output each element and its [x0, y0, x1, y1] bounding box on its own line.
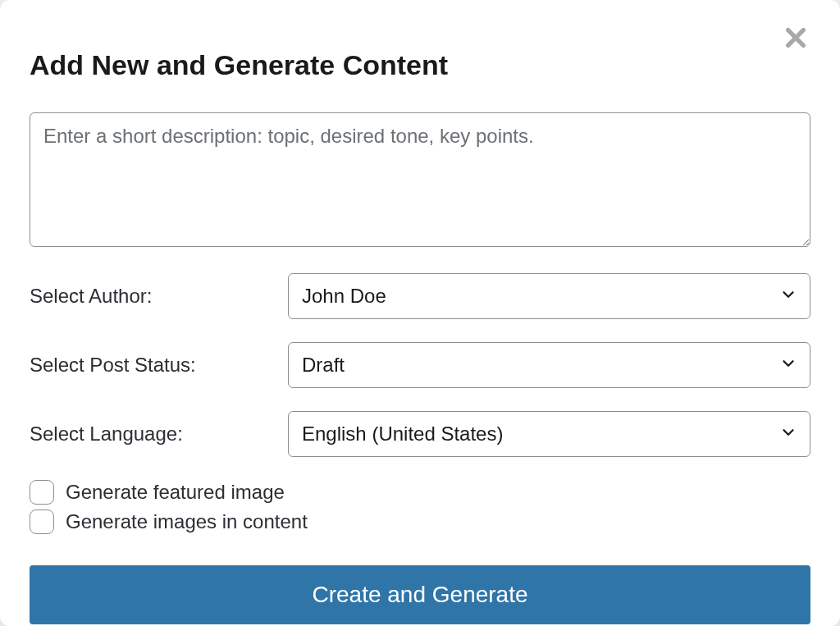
create-and-generate-button[interactable]: Create and Generate [30, 565, 810, 624]
checkbox-group: Generate featured image Generate images … [30, 480, 810, 534]
status-select-wrap: Draft [288, 342, 810, 388]
author-select-wrap: John Doe [288, 273, 810, 319]
form-rows: Select Author: John Doe Select Post Stat… [30, 273, 810, 457]
featured-image-checkbox[interactable] [30, 480, 54, 505]
modal-title: Add New and Generate Content [30, 49, 810, 81]
author-select-value: John Doe [302, 285, 386, 308]
language-select[interactable]: English (United States) [288, 411, 810, 457]
status-label: Select Post Status: [30, 354, 288, 377]
add-content-modal: Add New and Generate Content Select Auth… [0, 0, 840, 626]
close-icon [783, 25, 809, 54]
language-row: Select Language: English (United States) [30, 411, 810, 457]
images-in-content-checkbox-row[interactable]: Generate images in content [30, 509, 810, 534]
author-label: Select Author: [30, 285, 288, 308]
status-row: Select Post Status: Draft [30, 342, 810, 388]
featured-image-label: Generate featured image [66, 481, 285, 504]
author-row: Select Author: John Doe [30, 273, 810, 319]
images-in-content-label: Generate images in content [66, 510, 308, 533]
images-in-content-checkbox[interactable] [30, 509, 54, 534]
author-select[interactable]: John Doe [288, 273, 810, 319]
language-select-wrap: English (United States) [288, 411, 810, 457]
language-select-value: English (United States) [302, 423, 503, 446]
language-label: Select Language: [30, 423, 288, 446]
status-select[interactable]: Draft [288, 342, 810, 388]
submit-button-label: Create and Generate [312, 582, 527, 608]
close-button[interactable] [779, 23, 812, 56]
status-select-value: Draft [302, 354, 345, 377]
featured-image-checkbox-row[interactable]: Generate featured image [30, 480, 810, 505]
description-textarea[interactable] [30, 112, 810, 247]
